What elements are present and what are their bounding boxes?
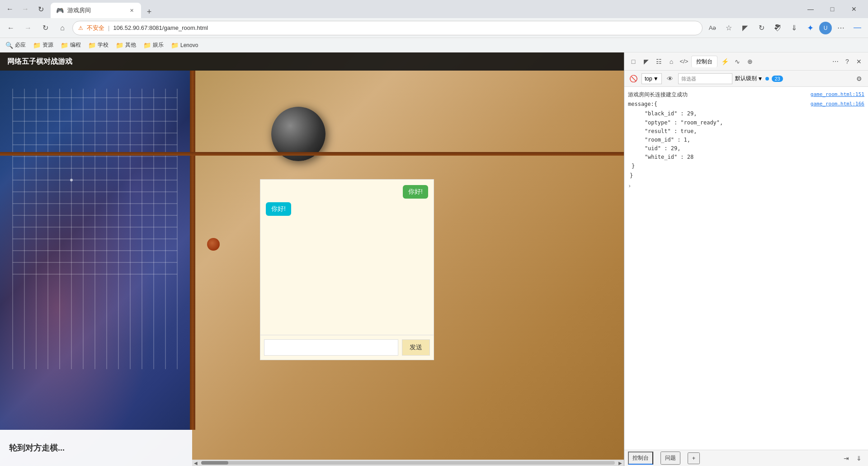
forward-button[interactable]: → <box>19 3 32 15</box>
top-label: top <box>645 76 652 82</box>
devtools-performance-btn[interactable]: ⚡ <box>719 56 730 67</box>
expand-arrow[interactable]: › <box>628 183 631 189</box>
devtools-ban-btn[interactable]: 🚫 <box>628 73 639 84</box>
devtools-dock-right[interactable]: ⇓ <box>854 453 864 464</box>
log-count-badge: 23 <box>765 76 783 82</box>
new-tab-button[interactable]: + <box>143 5 156 18</box>
scroll-left-btn[interactable]: ◀ <box>192 461 199 466</box>
devtools-footer-right: ⇥ ⇓ <box>841 453 864 464</box>
chat-message-2: 你好! <box>266 202 428 216</box>
chat-input[interactable] <box>264 339 398 356</box>
bookmark-biying-label: 必应 <box>15 41 26 49</box>
back-nav-button[interactable]: ← <box>4 21 18 35</box>
copilot-button[interactable]: ✦ <box>803 21 817 35</box>
devtools-panel: □ ◤ ☷ ⌂ </> 控制台 ⚡ ∿ ⊕ ⋯ ? ✕ 🚫 top <box>624 52 868 466</box>
scroll-thumb[interactable] <box>201 461 228 465</box>
devtools-source-btn[interactable]: </> <box>679 56 689 67</box>
devtools-inspect-btn[interactable]: □ <box>628 56 639 67</box>
profile-avatar[interactable]: U <box>819 22 832 34</box>
log-link-1[interactable]: game_room.html:151 <box>811 90 864 99</box>
download-button[interactable]: ⇓ <box>787 21 801 35</box>
refresh-button[interactable]: ↻ <box>34 3 47 15</box>
devtools-device-btn[interactable]: ◤ <box>641 56 651 67</box>
security-icon: ⚠ <box>78 25 83 31</box>
devtools-more-btn[interactable]: ⋯ <box>830 56 841 67</box>
devtools-home-btn[interactable]: ⌂ <box>666 56 677 67</box>
more-menu-button[interactable]: ⋯ <box>834 21 848 35</box>
tab-close-button[interactable]: ✕ <box>127 6 136 14</box>
devtools-expand-btn[interactable]: ⊕ <box>745 56 755 67</box>
bookmark-ziyuan[interactable]: 📁 资源 <box>33 41 53 49</box>
tab-favicon: 🎮 <box>56 7 64 14</box>
window-controls: — □ ✕ <box>800 2 864 16</box>
devtools-network-btn[interactable]: ∿ <box>732 56 743 67</box>
browser-window: ← → ↻ 🎮 游戏房间 ✕ + — □ ✕ ← → ↻ ⌂ ⚠ 不安全 | 1… <box>0 0 868 466</box>
browser-sync-button[interactable]: ↻ <box>754 21 769 35</box>
bookmark-folder-icon-1: 📁 <box>33 42 41 49</box>
log-level-label: 默认级别 <box>735 75 757 82</box>
chat-messages: 你好! 你好! <box>260 180 434 335</box>
extensions-button[interactable]: 🨈 <box>770 21 785 35</box>
devtools-header: □ ◤ ☷ ⌂ </> 控制台 ⚡ ∿ ⊕ ⋯ ? ✕ <box>624 52 868 71</box>
json-close-brace: } <box>630 171 864 180</box>
chat-input-area: 发送 <box>260 335 434 360</box>
home-nav-button[interactable]: ⌂ <box>55 21 70 35</box>
bookmark-xuexiao[interactable]: 📁 学校 <box>88 41 108 49</box>
refresh-nav-button[interactable]: ↻ <box>38 21 52 35</box>
devtools-footer-console[interactable]: 控制台 <box>628 452 653 465</box>
bookmark-lenovo[interactable]: 📁 Lenovo <box>171 42 198 49</box>
log-entry-1: 游戏房间长连接建立成功 game_room.html:151 <box>628 90 864 99</box>
back-button[interactable]: ← <box>4 3 16 15</box>
forward-nav-button[interactable]: → <box>21 21 35 35</box>
devtools-settings-btn[interactable]: ⚙ <box>854 73 864 84</box>
devtools-close-btn[interactable]: ✕ <box>854 56 864 67</box>
chess-board[interactable] <box>0 71 192 466</box>
chat-bubble-2: 你好! <box>266 202 291 216</box>
chat-send-button[interactable]: 发送 <box>402 339 430 356</box>
log-message-2: message:{ <box>628 100 657 109</box>
bookmark-button[interactable]: ☆ <box>722 21 736 35</box>
split-view-button[interactable]: ◤ <box>738 21 752 35</box>
expand-arrow-row[interactable]: › <box>628 182 864 190</box>
nav-right-buttons: Aə ☆ ◤ ↻ 🨈 ⇓ ✦ U ⋯ ⸻ <box>705 21 864 35</box>
devtools-layout-btn[interactable]: ☷ <box>653 56 664 67</box>
edge-icon-button[interactable]: ⸻ <box>850 21 864 35</box>
top-context-selector[interactable]: top ▼ <box>642 73 662 84</box>
devtools-dock-left[interactable]: ⇥ <box>841 453 852 464</box>
devtools-eye-btn[interactable]: 👁 <box>665 73 675 84</box>
game-header: 网络五子棋对战游戏 <box>0 52 624 71</box>
maximize-button[interactable]: □ <box>822 2 843 16</box>
devtools-toolbar: 🚫 top ▼ 👁 默认级别 ▼ 23 ⚙ <box>624 71 868 87</box>
devtools-filter-input[interactable] <box>678 73 732 84</box>
log-level-selector[interactable]: 默认级别 ▼ <box>735 75 763 82</box>
tab-title: 游戏房间 <box>67 6 124 14</box>
bookmark-qita[interactable]: 📁 其他 <box>116 41 136 49</box>
title-bar: ← → ↻ 🎮 游戏房间 ✕ + — □ ✕ <box>0 0 868 18</box>
game-area: 网络五子棋对战游戏 你好! 你好! 发送 轮到 <box>0 52 624 466</box>
translate-button[interactable]: Aə <box>705 21 720 35</box>
bookmark-lenovo-label: Lenovo <box>180 42 198 48</box>
devtools-console-tab[interactable]: 控制台 <box>691 56 717 67</box>
log-entry-2: message:{ game_room.html:166 <box>628 100 864 109</box>
devtools-top-icons: ⋯ ? ✕ <box>830 56 864 67</box>
active-tab[interactable]: 🎮 游戏房间 ✕ <box>51 3 141 18</box>
chat-panel: 你好! 你好! 发送 <box>260 179 434 360</box>
bookmarks-bar: 🔍 必应 📁 资源 📁 编程 📁 学校 📁 其他 📁 娱乐 📁 Lenovo <box>0 38 868 52</box>
log-link-2[interactable]: game_room.html:166 <box>811 100 864 109</box>
address-bar[interactable]: ⚠ 不安全 | 106.52.90.67:8081/game_room.html <box>72 21 703 35</box>
bookmark-biying[interactable]: 🔍 必应 <box>5 41 26 49</box>
devtools-help-btn[interactable]: ? <box>842 56 853 67</box>
close-button[interactable]: ✕ <box>844 2 864 16</box>
log-message-1: 游戏房间长连接建立成功 <box>628 90 688 99</box>
devtools-footer-issues[interactable]: 问题 <box>660 452 680 465</box>
devtools-footer-add[interactable]: + <box>688 452 700 464</box>
bookmark-folder-icon-4: 📁 <box>116 42 123 49</box>
minimize-button[interactable]: — <box>800 2 821 16</box>
bookmark-yule[interactable]: 📁 娱乐 <box>143 41 164 49</box>
bookmark-qita-label: 其他 <box>125 41 136 49</box>
scroll-right-btn[interactable]: ▶ <box>617 461 624 466</box>
content-area: 网络五子棋对战游戏 你好! 你好! 发送 轮到 <box>0 52 868 466</box>
bookmark-biancheng[interactable]: 📁 编程 <box>61 41 81 49</box>
devtools-footer: 控制台 问题 + ⇥ ⇓ <box>624 450 868 466</box>
h-scrollbar[interactable]: ◀ ▶ <box>192 460 624 466</box>
